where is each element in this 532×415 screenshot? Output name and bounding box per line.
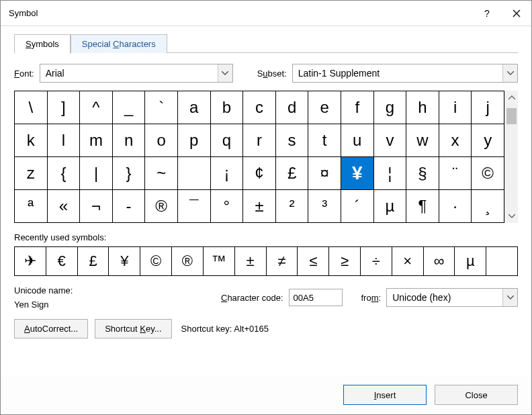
autocorrect-button[interactable]: AutoCorrect...: [14, 319, 88, 338]
chevron-down-icon[interactable]: [218, 64, 232, 82]
autocorrect-row: AutoCorrect... Shortcut Key... Shortcut …: [14, 319, 518, 338]
symbol-cell[interactable]: `: [145, 91, 177, 124]
recent-symbol-cell[interactable]: ±: [235, 247, 266, 275]
font-subset-row: Font: Arial Subset: Latin-1 Supplement: [14, 64, 518, 83]
symbol-cell[interactable]: °: [211, 190, 243, 222]
symbol-cell[interactable]: ·: [439, 190, 472, 222]
symbol-cell[interactable]: [178, 157, 210, 189]
recent-symbol-cell[interactable]: ©: [140, 247, 171, 275]
symbol-cell[interactable]: |: [80, 157, 112, 189]
symbol-cell[interactable]: ^: [80, 91, 112, 124]
symbol-cell[interactable]: y: [472, 124, 504, 156]
symbol-cell[interactable]: ±: [243, 190, 275, 222]
close-icon[interactable]: [502, 1, 531, 26]
recent-symbol-cell[interactable]: ≠: [267, 247, 298, 275]
symbol-cell[interactable]: r: [243, 124, 275, 156]
symbol-cell[interactable]: j: [472, 91, 504, 124]
font-combo[interactable]: Arial: [40, 64, 233, 83]
symbol-cell[interactable]: z: [15, 157, 47, 189]
chevron-down-icon[interactable]: [502, 64, 517, 82]
symbol-cell[interactable]: d: [276, 91, 308, 124]
tab-symbols[interactable]: Symbols: [14, 34, 71, 54]
symbol-cell[interactable]: ©: [472, 157, 504, 189]
recent-symbol-cell[interactable]: µ: [455, 247, 486, 275]
symbol-cell[interactable]: }: [113, 157, 145, 189]
scrollbar-track[interactable]: [505, 104, 518, 210]
character-code-input[interactable]: 00A5: [289, 289, 343, 306]
recent-symbol-cell[interactable]: €: [46, 247, 77, 275]
symbol-cell[interactable]: ³: [308, 190, 341, 222]
symbol-cell[interactable]: ¶: [406, 190, 439, 222]
symbol-cell[interactable]: b: [211, 91, 243, 124]
symbol-cell[interactable]: £: [276, 157, 308, 189]
recent-symbol-cell[interactable]: ®: [172, 247, 203, 275]
scroll-down-icon[interactable]: [505, 210, 518, 223]
symbol-cell[interactable]: p: [178, 124, 210, 156]
symbol-cell[interactable]: ¸: [472, 190, 504, 222]
symbol-cell[interactable]: i: [439, 91, 472, 124]
symbol-cell[interactable]: ¥: [341, 157, 373, 189]
recent-symbol-cell[interactable]: ×: [392, 247, 423, 275]
scrollbar-thumb[interactable]: [506, 108, 517, 124]
symbol-cell[interactable]: n: [113, 124, 145, 156]
symbol-cell[interactable]: -: [113, 190, 145, 222]
symbol-cell[interactable]: e: [308, 91, 341, 124]
symbol-cell[interactable]: g: [374, 91, 406, 124]
recent-symbol-cell[interactable]: ≥: [329, 247, 360, 275]
symbol-cell[interactable]: o: [145, 124, 177, 156]
recent-symbol-cell[interactable]: ≤: [298, 247, 328, 275]
symbol-cell[interactable]: ~: [145, 157, 177, 189]
symbol-cell[interactable]: q: [211, 124, 243, 156]
subset-combo[interactable]: Latin-1 Supplement: [292, 64, 518, 83]
symbol-cell[interactable]: {: [48, 157, 80, 189]
symbol-cell[interactable]: ²: [276, 190, 308, 222]
recent-symbol-cell[interactable]: ÷: [361, 247, 392, 275]
chevron-down-icon[interactable]: [502, 289, 517, 306]
scroll-up-icon[interactable]: [505, 91, 518, 104]
symbol-cell[interactable]: h: [406, 91, 439, 124]
symbol-cell[interactable]: §: [406, 157, 439, 189]
symbol-cell[interactable]: ®: [145, 190, 177, 222]
symbol-cell[interactable]: ¯: [178, 190, 210, 222]
insert-button[interactable]: Insert: [343, 385, 427, 405]
help-button[interactable]: ?: [472, 1, 502, 26]
symbol-cell[interactable]: µ: [374, 190, 406, 222]
recent-symbol-cell[interactable]: ™: [204, 247, 234, 275]
symbol-cell[interactable]: c: [243, 91, 275, 124]
recent-symbols-grid[interactable]: ✈€£¥©®™±≠≤≥÷×∞µ: [14, 246, 518, 276]
symbol-cell[interactable]: a: [178, 91, 210, 124]
symbol-cell[interactable]: w: [406, 124, 439, 156]
symbol-cell[interactable]: ¬: [80, 190, 112, 222]
symbol-cell[interactable]: ¦: [374, 157, 406, 189]
symbol-cell[interactable]: t: [308, 124, 341, 156]
symbol-cell[interactable]: ¡: [211, 157, 243, 189]
symbol-cell[interactable]: f: [341, 91, 373, 124]
symbol-cell[interactable]: v: [374, 124, 406, 156]
symbol-cell[interactable]: _: [113, 91, 145, 124]
recent-symbol-cell[interactable]: ∞: [424, 247, 455, 275]
recent-symbol-cell[interactable]: ¥: [109, 247, 140, 275]
symbol-cell[interactable]: l: [48, 124, 80, 156]
symbol-cell[interactable]: «: [48, 190, 80, 222]
recent-symbol-cell[interactable]: £: [78, 247, 109, 275]
symbol-grid[interactable]: \]^_`abcdefghijklmnopqrstuvwxyz{|}~¡¢£¤¥…: [14, 91, 504, 223]
symbol-cell[interactable]: ª: [15, 190, 47, 222]
recent-symbol-cell[interactable]: ✈: [15, 247, 46, 275]
symbol-cell[interactable]: ¢: [243, 157, 275, 189]
tab-special-characters[interactable]: Special Characters: [71, 34, 167, 53]
symbol-cell[interactable]: ¨: [439, 157, 472, 189]
symbol-cell[interactable]: k: [15, 124, 47, 156]
symbol-cell[interactable]: ¤: [308, 157, 341, 189]
symbol-cell[interactable]: x: [439, 124, 472, 156]
symbol-cell[interactable]: s: [276, 124, 308, 156]
symbol-cell[interactable]: \: [15, 91, 47, 124]
symbol-cell[interactable]: m: [80, 124, 112, 156]
close-button[interactable]: Close: [435, 385, 518, 405]
from-combo[interactable]: Unicode (hex): [386, 288, 518, 307]
recent-symbol-cell[interactable]: [486, 247, 517, 275]
scrollbar[interactable]: [504, 91, 518, 223]
shortcut-key-button[interactable]: Shortcut Key...: [95, 319, 171, 338]
symbol-cell[interactable]: ´: [341, 190, 373, 222]
symbol-cell[interactable]: ]: [48, 91, 80, 124]
symbol-cell[interactable]: u: [341, 124, 373, 156]
